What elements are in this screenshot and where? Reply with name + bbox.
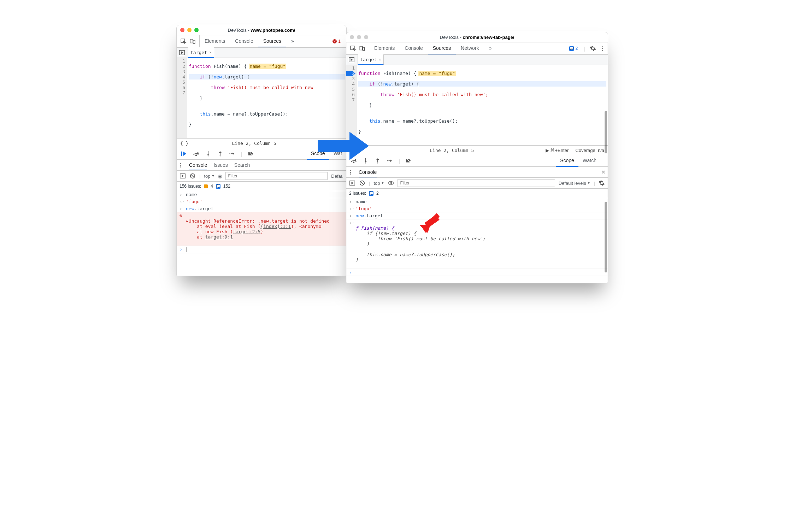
warning-count: 4 (211, 184, 213, 189)
step-icon[interactable] (229, 151, 235, 157)
drawer-tab-console[interactable]: Console (189, 162, 207, 170)
code-content[interactable]: function Fish(name) {name = "fugu" if (!… (187, 58, 346, 138)
code-editor[interactable]: 1234567 function Fish(name) {name = "fug… (177, 58, 346, 138)
step-icon[interactable] (387, 158, 393, 164)
titlebar[interactable]: DevTools - chrome://new-tab-page/ (346, 32, 608, 42)
console-sidebar-icon[interactable] (349, 180, 355, 186)
step-into-icon[interactable] (205, 151, 211, 157)
function-preview[interactable]: ƒ Fish(name) { if (!new.target) { throw … (355, 220, 605, 268)
svg-rect-2 (193, 40, 195, 43)
show-navigator-icon[interactable] (348, 57, 355, 63)
console-sidebar-icon[interactable] (180, 173, 186, 179)
tab-sources[interactable]: Sources (428, 42, 456, 54)
source-link[interactable]: target:9:1 (205, 234, 233, 240)
scrollbar-thumb[interactable] (605, 202, 607, 272)
resume-icon[interactable] (181, 151, 187, 157)
svg-rect-1 (190, 39, 193, 43)
settings-icon[interactable] (590, 45, 596, 52)
code-content[interactable]: function Fish(name) {name = "fugu" if (!… (357, 65, 608, 145)
execution-line: if (!new.target) { (358, 81, 606, 87)
clear-console-icon[interactable] (359, 180, 365, 186)
inspect-icon[interactable] (180, 38, 187, 45)
message-badge[interactable]: 💬2 (567, 46, 580, 51)
execution-line: if (!new.target) { (189, 74, 345, 80)
drawer-tab-console[interactable]: Console (359, 169, 377, 177)
more-icon[interactable] (600, 46, 604, 51)
log-levels-selector[interactable]: Default levels▼ (559, 181, 590, 186)
titlebar[interactable]: DevTools - www.photopea.com/ (177, 25, 346, 35)
output-marker-icon: ‹· (180, 199, 184, 204)
svg-point-21 (390, 182, 392, 184)
file-tab-target[interactable]: target × (188, 47, 214, 58)
device-toolbar-icon[interactable] (189, 38, 196, 45)
live-expression-icon[interactable]: ◉ (218, 173, 222, 179)
file-name: target (190, 50, 207, 55)
devtools-window-right: DevTools - chrome://new-tab-page/ Elemen… (346, 32, 608, 283)
close-icon[interactable] (180, 28, 184, 32)
close-icon[interactable] (350, 35, 354, 39)
file-tab-target[interactable]: target × (358, 54, 384, 65)
console-prompt[interactable] (186, 247, 343, 252)
input-marker-icon: › (180, 192, 184, 197)
gutter[interactable]: 1234567 (177, 58, 187, 138)
drawer-close-icon[interactable]: ✕ (601, 169, 606, 175)
log-levels-selector[interactable]: Defau (331, 173, 343, 179)
inspect-icon[interactable] (350, 45, 356, 52)
tab-network[interactable]: Network (456, 42, 484, 54)
close-file-icon[interactable]: × (209, 50, 212, 55)
filter-input[interactable] (225, 172, 328, 180)
show-navigator-icon[interactable] (179, 49, 185, 56)
error-badge[interactable]: ✕ 1 (330, 39, 343, 44)
error-icon: ⊗ (180, 213, 184, 218)
console-settings-icon[interactable] (599, 180, 605, 186)
console-input: new.target (355, 213, 605, 218)
source-link[interactable]: target:2:5 (233, 229, 260, 234)
minimize-icon[interactable] (357, 35, 361, 39)
file-tabs: target × (177, 48, 346, 58)
close-file-icon[interactable]: × (379, 57, 381, 62)
tab-sources[interactable]: Sources (258, 35, 286, 47)
clear-console-icon[interactable] (189, 173, 196, 179)
tabs-more[interactable]: » (286, 35, 299, 47)
context-selector[interactable]: top▼ (373, 181, 384, 186)
step-out-icon[interactable] (217, 151, 223, 157)
step-out-icon[interactable] (375, 158, 381, 164)
pretty-print-icon[interactable]: { } (180, 141, 188, 146)
watch-tab[interactable]: Watch (578, 155, 601, 167)
step-over-icon[interactable] (193, 151, 199, 157)
live-expression-icon[interactable] (388, 180, 394, 186)
tabs-more[interactable]: » (484, 42, 496, 54)
svg-point-6 (208, 155, 209, 157)
annotation-arrow-icon (418, 213, 440, 233)
drawer-menu-icon[interactable] (179, 163, 183, 167)
context-selector[interactable]: top▼ (204, 173, 214, 179)
drawer-menu-icon[interactable] (348, 170, 352, 175)
issues-bar[interactable]: 2 Issues: 💬 2 (346, 189, 608, 198)
deactivate-breakpoints-icon[interactable] (406, 158, 412, 164)
tab-console[interactable]: Console (230, 35, 258, 47)
drawer-tab-issues[interactable]: Issues (213, 162, 228, 168)
scrollbar-thumb[interactable] (605, 111, 607, 153)
console-output[interactable]: ›name ‹·'fugu' ›new.target ⊗ ▸Uncaught R… (177, 191, 346, 253)
input-marker-icon: › (349, 213, 353, 218)
console-output[interactable]: ›name ‹·'fugu' ›new.target ‹· ƒ Fish(nam… (346, 198, 608, 276)
input-marker-icon: › (180, 206, 184, 211)
source-link[interactable]: (index):1:1 (260, 224, 291, 229)
inline-value: name = "fugu" (418, 71, 456, 76)
svg-point-5 (196, 155, 197, 156)
deactivate-breakpoints-icon[interactable] (248, 151, 254, 157)
filter-input[interactable] (398, 179, 555, 187)
tab-elements[interactable]: Elements (369, 42, 400, 54)
message-count: 2 (376, 191, 379, 196)
drawer-tab-search[interactable]: Search (234, 162, 250, 168)
minimize-icon[interactable] (187, 28, 192, 32)
svg-point-7 (220, 155, 221, 157)
maximize-icon[interactable] (364, 35, 368, 39)
device-toolbar-icon[interactable] (359, 45, 365, 52)
maximize-icon[interactable] (194, 28, 199, 32)
issues-bar[interactable]: 156 Issues: ! 4 💬 152 (177, 182, 346, 191)
tab-console[interactable]: Console (400, 42, 428, 54)
code-editor[interactable]: 1 2 34567 function Fish(name) {name = "f… (346, 65, 608, 145)
scope-tab[interactable]: Scope (556, 155, 578, 167)
tab-elements[interactable]: Elements (200, 35, 230, 47)
